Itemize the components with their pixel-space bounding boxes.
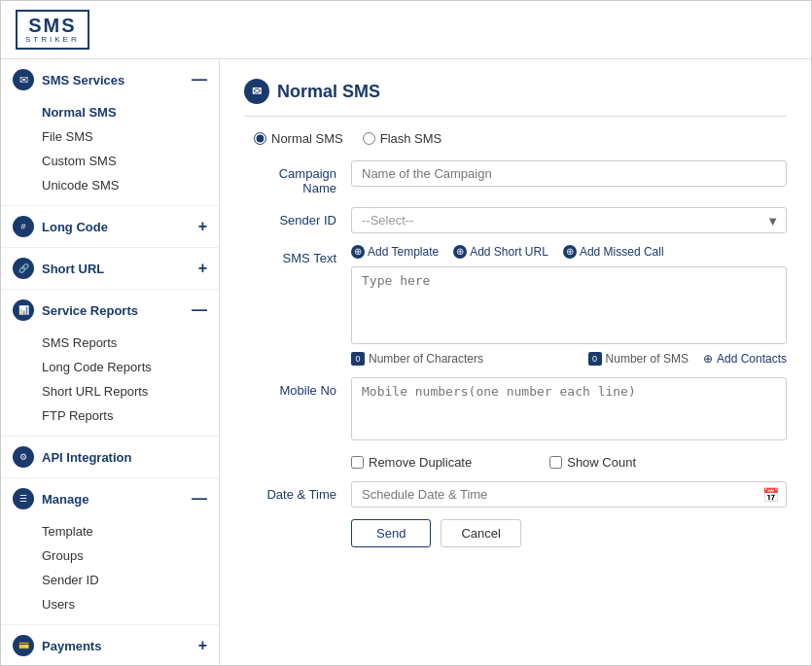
campaign-name-wrap [351,160,787,187]
service-reports-icon: 📊 [13,299,34,321]
sidebar-item-groups[interactable]: Groups [42,543,207,568]
sidebar-section-header-long-code[interactable]: # Long Code + [1,206,219,247]
sidebar-item-sms-reports[interactable]: SMS Reports [42,331,207,355]
checkbox-row: Remove Duplicate Show Count [244,455,787,470]
campaign-name-row: Campaign Name [244,160,787,195]
short-url-icon: 🔗 [13,258,34,279]
date-time-wrap: 📅 [351,481,787,508]
short-url-title: Short URL [42,262,198,276]
service-reports-toggle: — [192,301,207,319]
sidebar-item-users[interactable]: Users [42,592,207,616]
sidebar-section-payments: 💳 Payments + [1,625,219,665]
campaign-name-label: Campaign Name [244,160,351,195]
add-missed-call-icon: ⊕ [563,245,577,259]
api-integration-title: API Integration [42,450,207,465]
sidebar-section-header-manage[interactable]: ☰ Manage — [1,478,219,519]
add-short-url-link[interactable]: ⊕ Add Short URL [453,245,548,259]
sms-services-title: SMS Services [42,73,192,88]
sidebar-section-header-service-reports[interactable]: 📊 Service Reports — [1,290,219,331]
calendar-icon: 📅 [762,487,779,503]
sidebar-item-short-url-reports[interactable]: Short URL Reports [42,379,207,403]
sender-id-label: Sender ID [244,207,351,228]
show-count-label[interactable]: Show Count [549,455,636,470]
sms-services-items: Normal SMS File SMS Custom SMS Unicode S… [1,100,219,205]
add-missed-call-link[interactable]: ⊕ Add Missed Call [563,245,664,259]
manage-toggle: — [192,490,207,508]
sidebar-section-api-integration: ⚙ API Integration [1,437,219,478]
cancel-button[interactable]: Cancel [441,519,520,547]
api-integration-icon: ⚙ [13,446,34,468]
campaign-name-input[interactable] [351,160,787,187]
sidebar-item-file-sms[interactable]: File SMS [42,124,207,149]
sidebar-section-short-url: 🔗 Short URL + [1,248,219,290]
add-template-icon: ⊕ [351,245,365,259]
remove-duplicate-label[interactable]: Remove Duplicate [351,455,472,470]
sms-text-row: SMS Text ⊕ Add Template ⊕ Add Short URL … [244,245,787,366]
sms-type-radio-group: Normal SMS Flash SMS [244,131,787,146]
sender-id-select[interactable]: --Select-- [351,207,787,233]
manage-icon: ☰ [13,488,34,509]
page-title: ✉ Normal SMS [244,79,787,117]
datetime-wrap: 📅 [351,481,787,508]
sidebar-item-long-code-reports[interactable]: Long Code Reports [42,355,207,379]
logo-striker: STRIKER [25,35,80,44]
sidebar-section-sms-services: ✉ SMS Services — Normal SMS File SMS Cus… [1,59,219,206]
sidebar-section-header-api-integration[interactable]: ⚙ API Integration [1,437,219,477]
main-content: ✉ Normal SMS Normal SMS Flash SMS Campai… [220,59,811,665]
payments-icon: 💳 [13,635,34,656]
date-time-label: Date & Time [244,481,351,502]
sidebar-section-header-payments[interactable]: 💳 Payments + [1,625,219,665]
date-time-input[interactable] [351,481,787,508]
mobile-no-input[interactable] [351,377,787,440]
page-title-icon: ✉ [244,79,269,104]
sidebar-item-unicode-sms[interactable]: Unicode SMS [42,173,207,197]
sms-text-wrap: ⊕ Add Template ⊕ Add Short URL ⊕ Add Mis… [351,245,787,366]
action-links: ⊕ Add Template ⊕ Add Short URL ⊕ Add Mis… [351,245,787,259]
add-short-url-icon: ⊕ [453,245,467,259]
payments-toggle: + [198,637,207,654]
char-count-icon: 0 [351,352,365,366]
sidebar-section-long-code: # Long Code + [1,206,219,248]
show-count-checkbox[interactable] [549,456,562,469]
header: SMS STRIKER [1,1,811,59]
sms-services-toggle: — [192,71,207,88]
main-body: ✉ SMS Services — Normal SMS File SMS Cus… [1,59,811,665]
date-time-row: Date & Time 📅 [244,481,787,508]
add-contacts-link[interactable]: ⊕ Add Contacts [703,352,787,366]
sidebar-item-ftp-reports[interactable]: FTP Reports [42,403,207,428]
send-button[interactable]: Send [351,519,431,547]
manage-items: Template Groups Sender ID Users [1,519,219,624]
radio-flash-sms[interactable]: Flash SMS [363,131,442,146]
radio-normal-sms[interactable]: Normal SMS [254,131,343,146]
char-count-item: 0 Number of Characters [351,352,483,366]
logo-sms: SMS [28,16,76,35]
long-code-toggle: + [198,218,207,235]
long-code-title: Long Code [42,220,198,234]
sidebar-item-template[interactable]: Template [42,519,207,543]
sms-text-input[interactable] [351,266,787,344]
sms-count-item: 0 Number of SMS [588,352,688,366]
service-reports-items: SMS Reports Long Code Reports Short URL … [1,331,219,436]
add-contacts-icon: ⊕ [703,352,713,366]
remove-duplicate-checkbox[interactable] [351,456,364,469]
mobile-no-label: Mobile No [244,377,351,398]
service-reports-title: Service Reports [42,303,192,318]
btn-row: Send Cancel [244,519,787,547]
sidebar-item-normal-sms[interactable]: Normal SMS [42,100,207,124]
sidebar-section-header-sms-services[interactable]: ✉ SMS Services — [1,59,219,100]
mobile-no-row: Mobile No [244,377,787,443]
sidebar-section-header-short-url[interactable]: 🔗 Short URL + [1,248,219,289]
sms-services-icon: ✉ [13,69,34,90]
mobile-no-wrap [351,377,787,443]
short-url-toggle: + [198,260,207,277]
sidebar-item-sender-id[interactable]: Sender ID [42,568,207,592]
char-counts: 0 Number of Characters 0 Number of SMS ⊕… [351,352,787,366]
add-template-link[interactable]: ⊕ Add Template [351,245,439,259]
long-code-icon: # [13,216,34,237]
sidebar-item-custom-sms[interactable]: Custom SMS [42,149,207,173]
app-container: SMS STRIKER ✉ SMS Services — Normal SMS … [0,0,812,666]
sidebar-section-manage: ☰ Manage — Template Groups Sender ID Use… [1,478,219,625]
sender-id-row: Sender ID --Select-- ▼ [244,207,787,233]
sender-id-wrap: --Select-- ▼ [351,207,787,233]
sidebar: ✉ SMS Services — Normal SMS File SMS Cus… [1,59,220,665]
